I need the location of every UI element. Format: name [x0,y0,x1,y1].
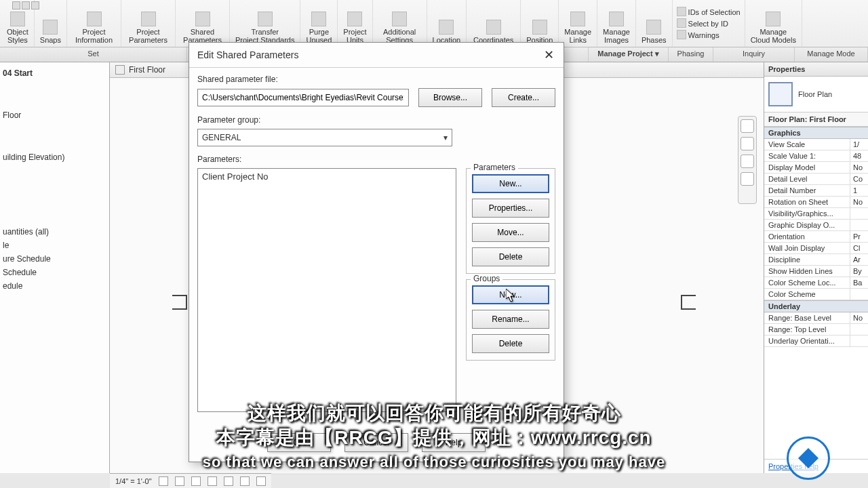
ribbon-manage-images[interactable]: Manage Images [597,0,636,47]
project-browser[interactable]: 04 Start Floor uilding Elevation) uantit… [0,62,110,473]
prop-key: Visibility/Graphics... [764,208,850,219]
prop-value[interactable]: No [850,197,868,207]
nav-orbit-icon[interactable] [741,172,754,186]
object-styles-icon [10,12,25,26]
create-button[interactable]: Create... [492,88,555,107]
prop-value[interactable]: Co [850,174,868,184]
ribbon-project-information[interactable]: Project Information [67,0,121,47]
help-button[interactable]: Help [422,433,486,452]
prop-row: Range: Base LevelNo [764,312,868,324]
location-icon [439,20,454,35]
group-manage-project[interactable]: Manage Project ▾ [589,47,669,62]
warnings-icon [677,30,686,39]
ribbon-snaps[interactable]: Snaps [35,0,67,47]
status-scale[interactable]: 1/4" = 1'-0" [115,477,152,485]
param-new-button[interactable]: New... [472,174,549,193]
ribbon-project-parameters[interactable]: Project Parameters [121,0,176,47]
ribbon-label: IDs of Selection [688,8,741,16]
prop-key: Range: Top Level [764,324,850,335]
prop-value[interactable]: Cl [850,243,868,253]
section-marker-right[interactable] [681,295,696,310]
status-crop-icon[interactable] [224,476,233,486]
prop-key: View Scale [764,139,850,150]
browser-item[interactable]: le [3,239,106,252]
prop-row: Show Hidden LinesBy [764,266,868,277]
nav-home-icon[interactable] [741,119,754,133]
browser-item[interactable]: Schedule [3,266,106,279]
parameters-listbox[interactable]: Client Project No [197,168,456,412]
ribbon-phases[interactable]: Phases [636,0,673,47]
prop-value[interactable] [850,208,868,219]
properties-type-selector[interactable]: Floor Plan [764,77,868,113]
section-marker-left[interactable] [172,295,187,310]
view-tab-label[interactable]: First Floor [129,65,165,75]
browser-item[interactable]: Floor [3,108,106,122]
ribbon-select-by-id[interactable]: Select by ID [677,18,728,29]
browser-item[interactable]: edule [3,279,106,293]
prop-value[interactable] [850,336,868,346]
transfer-icon [258,12,273,26]
cancel-button[interactable]: Cancel [344,433,408,452]
ribbon-position[interactable]: Position [521,0,559,47]
prop-key: Display Model [764,162,850,173]
browser-start[interactable]: 04 Start [3,66,106,80]
prop-value[interactable]: Ar [850,254,868,265]
ribbon-additional-settings[interactable]: Additional Settings [373,0,427,47]
prop-value[interactable]: 48 [850,150,868,161]
status-visual-style-icon[interactable] [175,476,184,486]
parameter-list-item[interactable]: Client Project No [202,171,452,182]
ribbon-transfer-standards[interactable]: Transfer Project Standards [230,0,300,47]
dialog-titlebar[interactable]: Edit Shared Parameters ✕ [189,43,564,68]
ribbon-purge-unused[interactable]: Purge Unused [300,0,338,47]
shared-file-input[interactable] [197,89,409,106]
status-hide-icon[interactable] [240,476,250,486]
parameter-group-select[interactable]: GENERAL [197,129,452,146]
status-detail-icon[interactable] [159,476,168,486]
nav-zoom-icon[interactable] [741,137,754,150]
properties-instance[interactable]: Floor Plan: First Floor [764,113,868,127]
prop-value[interactable]: No [850,312,868,323]
status-sun-icon[interactable] [191,476,201,486]
phases-icon [646,20,661,35]
group-delete-button[interactable]: Delete [472,334,549,353]
ribbon-label: Project Parameters [129,28,167,44]
group-rename-button[interactable]: Rename... [472,310,549,329]
prop-value[interactable]: By [850,266,868,277]
browser-item[interactable]: ure Schedule [3,252,106,266]
status-reveal-icon[interactable] [256,476,266,486]
group-new-button[interactable]: New... [472,285,549,304]
nav-pan-icon[interactable] [741,155,754,168]
ribbon-project-units[interactable]: Project Units [338,0,372,47]
browse-button[interactable]: Browse... [418,88,482,107]
prop-value[interactable]: 1/ [850,139,868,150]
ribbon-label: Warnings [688,31,719,39]
ribbon-manage-cloud[interactable]: Manage Cloud Models [745,0,802,47]
cloud-icon [766,12,781,26]
browser-item[interactable]: uantities (all) [3,225,106,239]
dialog-close-button[interactable]: ✕ [542,48,555,62]
quick-access-toolbar[interactable] [12,1,39,9]
param-move-button[interactable]: Move... [472,223,549,242]
browser-item[interactable]: uilding Elevation) [3,150,106,164]
param-delete-button[interactable]: Delete [472,247,549,266]
ribbon-manage-links[interactable]: Manage Links [559,0,597,47]
ribbon-warnings[interactable]: Warnings [677,30,719,41]
prop-row: Detail LevelCo [764,174,868,185]
ok-button[interactable]: OK [267,433,331,452]
navigation-bar[interactable] [738,116,757,204]
prop-value[interactable] [850,220,868,230]
ribbon-location[interactable]: Location [427,0,467,47]
ribbon-shared-parameters[interactable]: Shared Parameters [176,0,230,47]
prop-value[interactable] [850,324,868,335]
param-properties-button[interactable]: Properties... [472,199,549,218]
ribbon-coordinates[interactable]: Coordinates [467,0,521,47]
prop-value[interactable]: No [850,162,868,173]
floor-plan-icon [768,82,793,106]
prop-value[interactable]: Pr [850,231,868,242]
status-shadows-icon[interactable] [208,476,217,486]
prop-value[interactable]: 1 [850,185,868,196]
shared-file-label: Shared parameter file: [197,75,555,84]
prop-value[interactable]: Ba [850,277,868,288]
ribbon-ids-of-selection[interactable]: IDs of Selection [677,7,741,18]
prop-value[interactable] [850,289,868,300]
